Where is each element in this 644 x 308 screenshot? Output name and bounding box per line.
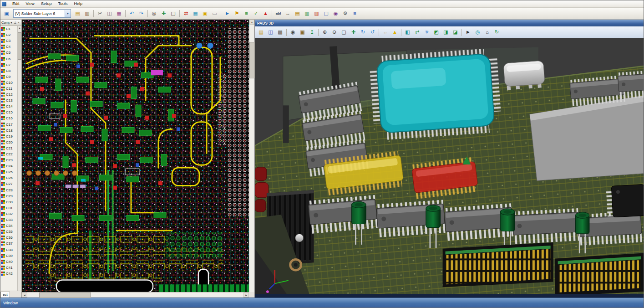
zoom-icon[interactable]: ◎ [149, 9, 159, 18]
separator[interactable] [286, 29, 287, 36]
cut-icon[interactable]: ✂ [95, 9, 105, 18]
select-mode-icon[interactable]: ► [223, 9, 232, 18]
camera-icon[interactable]: ◉ [288, 27, 298, 37]
component-item[interactable]: C12 [0, 92, 17, 98]
pcb-2d-canvas[interactable] [22, 20, 249, 293]
component-item[interactable]: C42 [0, 271, 17, 277]
flag-icon[interactable]: ⚑ [232, 9, 242, 18]
menu-item[interactable]: View [23, 0, 38, 7]
zoom-in-icon[interactable]: ⊕ [320, 27, 330, 37]
chevron-down-icon[interactable]: ▼ [65, 10, 71, 17]
explode-view-icon[interactable]: ✳ [422, 27, 431, 37]
component-item[interactable]: C9 [0, 74, 17, 80]
pads3d-titlebar[interactable]: PADS 3D [255, 20, 644, 26]
component-item[interactable]: C32 [0, 211, 17, 217]
pcb-3d-view[interactable] [255, 38, 644, 294]
orbit-icon[interactable]: ◎ [473, 27, 482, 37]
layers-stack-icon[interactable]: ≡ [242, 9, 251, 18]
component-item[interactable]: C21 [0, 145, 17, 151]
error-marker-icon[interactable]: ▲ [261, 9, 270, 18]
scroll-up-icon[interactable]: ▲ [19, 26, 21, 30]
highlight-icon[interactable]: ▣ [200, 9, 210, 18]
component-item[interactable]: C37 [0, 241, 17, 246]
component-item[interactable]: C2 [0, 32, 17, 38]
vertical-scrollbar[interactable]: ▲ [249, 20, 254, 292]
scroll-left-icon[interactable]: ◄ [22, 293, 27, 298]
component-item[interactable]: C16 [0, 115, 17, 121]
snapshot-icon[interactable]: ▣ [298, 27, 307, 37]
open-icon[interactable]: ▤ [73, 9, 82, 18]
component-item[interactable]: C39 [0, 253, 17, 259]
component-item[interactable]: C24 [0, 163, 17, 169]
abl-label-icon[interactable]: abl [274, 9, 283, 18]
pcb-3d-canvas[interactable] [255, 38, 644, 294]
component-item[interactable]: C34 [0, 223, 17, 229]
select-arrow-icon[interactable]: ► [463, 27, 473, 37]
component-item[interactable]: C6 [0, 56, 17, 62]
fit-view-icon[interactable]: ▢ [168, 9, 178, 18]
red-book-icon[interactable]: ▥ [312, 9, 321, 18]
export-icon[interactable]: ↥ [307, 27, 317, 37]
top-view-icon[interactable]: ◨ [441, 27, 451, 37]
panel-menu-icon[interactable]: ▾ [10, 20, 13, 26]
component-item[interactable]: C27 [0, 181, 17, 187]
route-icon[interactable]: ⇄ [181, 9, 191, 18]
highlighted-chip-teal[interactable] [369, 48, 502, 141]
component-item[interactable]: C8 [0, 68, 17, 74]
component-item[interactable]: C18 [0, 128, 17, 133]
dimension-icon[interactable]: ↔ [283, 9, 293, 18]
memory-connector[interactable] [555, 253, 644, 294]
home-view-icon[interactable]: ⌂ [482, 27, 492, 37]
component-item[interactable]: C10 [0, 80, 17, 86]
project-tab[interactable]: ect [0, 292, 10, 298]
component-item[interactable]: C15 [0, 109, 17, 115]
component-item[interactable]: C29 [0, 193, 17, 199]
redo-icon[interactable]: ↷ [137, 9, 146, 18]
scroll-right-icon[interactable]: ► [243, 293, 249, 298]
separator[interactable] [125, 10, 126, 17]
separator[interactable] [221, 10, 221, 17]
component-list-scrollbar[interactable]: ▲ [17, 26, 21, 291]
separator[interactable] [401, 29, 401, 36]
spin-icon[interactable]: ↺ [368, 27, 377, 37]
component-item[interactable]: C3 [0, 38, 17, 44]
undo-icon[interactable]: ↶ [127, 9, 137, 18]
green-book-icon[interactable]: ▥ [302, 9, 312, 18]
zoom-out-icon[interactable]: ⊖ [330, 27, 339, 37]
camera-icon[interactable]: ◉ [331, 9, 340, 18]
component-item[interactable]: C11 [0, 86, 17, 92]
component-item[interactable]: C20 [0, 139, 17, 145]
print-icon[interactable]: ▩ [275, 27, 285, 37]
refresh-icon[interactable]: ↻ [492, 27, 502, 37]
component-item[interactable]: C1 [0, 26, 17, 32]
component-item[interactable]: C22 [0, 151, 17, 157]
component-item[interactable]: C4 [0, 44, 17, 50]
board-flip-icon[interactable]: ⇄ [412, 27, 422, 37]
component-item[interactable]: C7 [0, 62, 17, 68]
menu-item[interactable]: Tools [55, 0, 71, 7]
component-item[interactable]: C25 [0, 169, 17, 175]
scroll-up-icon[interactable]: ▲ [249, 20, 254, 25]
component-item[interactable]: C13 [0, 98, 17, 103]
design-toolbar-icon[interactable]: ▣ [2, 9, 11, 18]
report-list-icon[interactable]: ≡ [350, 9, 360, 18]
warning-icon[interactable]: ▲ [390, 27, 400, 37]
separator[interactable] [147, 10, 148, 17]
notes-icon[interactable]: ▤ [293, 9, 302, 18]
layer-selector[interactable]: (V) Solder Side Layer 6 ▼ [13, 9, 71, 18]
scroll-thumb[interactable] [18, 32, 21, 60]
memory-connector[interactable] [443, 242, 553, 287]
scroll-thumb[interactable] [249, 42, 255, 78]
copy-icon[interactable]: ◫ [105, 9, 114, 18]
component-item[interactable]: C5 [0, 50, 17, 56]
library-icon[interactable]: ▥ [82, 9, 92, 18]
menu-item[interactable]: Help [71, 0, 86, 7]
component-item[interactable]: C33 [0, 217, 17, 223]
save-image-icon[interactable]: ◫ [266, 27, 275, 37]
menu-item[interactable]: Edit [9, 0, 23, 7]
scroll-thumb[interactable] [39, 293, 91, 298]
board-outline-icon[interactable]: ▭ [210, 9, 219, 18]
separator[interactable] [318, 29, 319, 36]
pcb-2d-view[interactable]: ▲ ◄ ► [22, 20, 254, 298]
component-item[interactable]: C14 [0, 103, 17, 109]
